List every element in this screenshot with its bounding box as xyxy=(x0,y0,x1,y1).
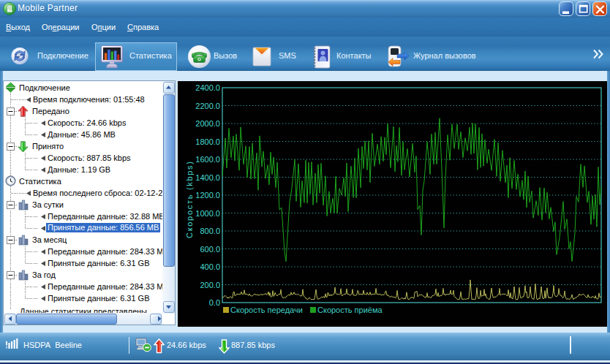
svg-text:1400.0: 1400.0 xyxy=(195,173,220,182)
svg-text:2400.0: 2400.0 xyxy=(195,83,220,92)
svg-text:200.0: 200.0 xyxy=(200,281,220,289)
svg-text:2200.0: 2200.0 xyxy=(195,102,220,110)
svg-text:1000.0: 1000.0 xyxy=(195,209,220,218)
svg-text:1600.0: 1600.0 xyxy=(195,155,220,164)
svg-text:0.0: 0.0 xyxy=(209,298,220,307)
svg-text:800.0: 800.0 xyxy=(200,227,220,235)
svg-text:1800.0: 1800.0 xyxy=(195,137,220,146)
svg-text:400.0: 400.0 xyxy=(200,262,220,271)
svg-text:1200.0: 1200.0 xyxy=(195,191,220,200)
svg-text:2000.0: 2000.0 xyxy=(195,119,220,128)
svg-text:Скорость приёма: Скорость приёма xyxy=(317,306,383,314)
svg-text:600.0: 600.0 xyxy=(200,245,220,254)
svg-text:Скорость передачи: Скорость передачи xyxy=(230,306,303,314)
